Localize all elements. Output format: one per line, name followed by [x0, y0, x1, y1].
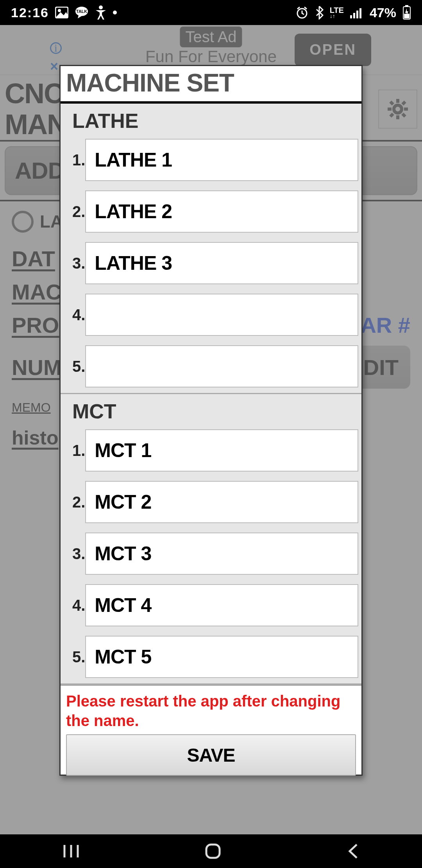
alarm-icon — [295, 6, 309, 19]
row-number: 1. — [72, 151, 85, 169]
battery-percent: 47% — [370, 5, 396, 20]
row-number: 4. — [72, 597, 85, 614]
svg-rect-6 — [350, 15, 352, 18]
mct-input-5[interactable] — [85, 636, 358, 678]
home-button[interactable] — [204, 842, 222, 860]
lathe-section: LATHE 1. 2. 3. 4. 5. — [61, 104, 361, 394]
mct-row-1: 1. — [61, 425, 361, 477]
svg-rect-9 — [359, 8, 361, 18]
dot-icon — [113, 11, 117, 14]
svg-point-4 — [99, 5, 103, 9]
mct-input-3[interactable] — [85, 533, 358, 575]
save-button[interactable]: SAVE — [66, 734, 356, 776]
section-title-mct: MCT — [61, 394, 361, 425]
status-clock: 12:16 — [11, 5, 49, 20]
svg-text:TALK: TALK — [76, 9, 88, 14]
lathe-input-5[interactable] — [85, 345, 358, 387]
lathe-row-2: 2. — [61, 187, 361, 238]
svg-rect-25 — [206, 845, 220, 858]
mct-row-5: 5. — [61, 632, 361, 683]
lathe-input-2[interactable] — [85, 190, 358, 233]
status-bar: 12:16 TALK LTE↓↑ 47% — [0, 0, 422, 25]
mct-row-3: 3. — [61, 529, 361, 580]
row-number: 3. — [72, 255, 85, 272]
svg-rect-7 — [353, 13, 355, 18]
lathe-row-4: 4. — [61, 290, 361, 341]
battery-icon — [402, 5, 411, 20]
lathe-row-3: 3. — [61, 238, 361, 290]
mct-input-1[interactable] — [85, 429, 358, 472]
talk-icon: TALK — [75, 6, 89, 19]
mct-input-2[interactable] — [85, 481, 358, 523]
lathe-row-5: 5. — [61, 341, 361, 393]
row-number: 2. — [72, 493, 85, 511]
dialog-title: MACHINE SET — [61, 66, 361, 104]
lathe-row-1: 1. — [61, 135, 361, 187]
row-number: 1. — [72, 442, 85, 459]
row-number: 3. — [72, 545, 85, 563]
restart-warning: Please restart the app after changing th… — [66, 691, 356, 734]
section-title-lathe: LATHE — [61, 104, 361, 135]
picture-icon — [55, 7, 68, 18]
svg-point-1 — [58, 9, 61, 12]
mct-section: MCT 1. 2. 3. 4. 5. — [61, 394, 361, 685]
svg-rect-8 — [356, 11, 358, 18]
mct-row-4: 4. — [61, 580, 361, 632]
mct-input-4[interactable] — [85, 584, 358, 626]
row-number: 5. — [72, 648, 85, 666]
lathe-input-4[interactable] — [85, 294, 358, 336]
row-number: 4. — [72, 306, 85, 324]
mct-row-2: 2. — [61, 477, 361, 529]
back-button[interactable] — [346, 842, 360, 860]
recents-button[interactable] — [62, 843, 80, 859]
signal-icon — [350, 7, 363, 18]
bluetooth-icon — [315, 5, 324, 20]
row-number: 2. — [72, 203, 85, 221]
row-number: 5. — [72, 358, 85, 375]
lte-icon: LTE↓↑ — [330, 7, 344, 19]
dialog-footer: Please restart the app after changing th… — [61, 685, 361, 784]
lathe-input-1[interactable] — [85, 139, 358, 181]
lathe-input-3[interactable] — [85, 242, 358, 284]
accessibility-icon — [95, 5, 107, 20]
system-nav-bar — [0, 834, 422, 868]
machine-set-dialog: MACHINE SET LATHE 1. 2. 3. 4. 5. MCT 1. … — [59, 65, 363, 776]
